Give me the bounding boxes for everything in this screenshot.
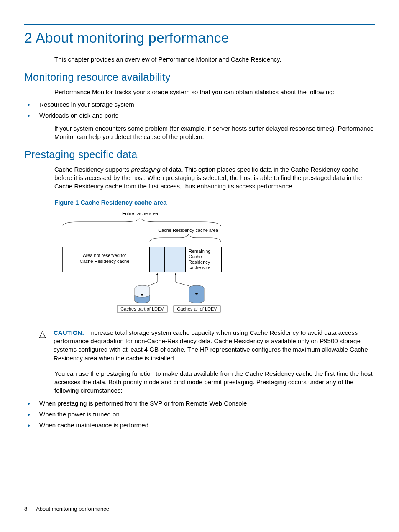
svg-rect-3 <box>165 247 186 272</box>
list-item: When the power is turned on <box>24 410 375 419</box>
emphasis: prestaging <box>131 166 160 173</box>
after-caution-paragraph: You can use the prestaging function to m… <box>54 370 375 395</box>
caution-body: Increase total storage system cache capa… <box>54 329 368 362</box>
top-rule <box>24 24 375 25</box>
figure-diagram: Entire cache area Cache Residency cache … <box>54 210 234 315</box>
text: Cache Residency supports <box>54 166 131 173</box>
callout-top-rule <box>54 325 375 325</box>
intro-paragraph: This chapter provides an overview of Per… <box>54 55 375 64</box>
svg-point-15 <box>195 293 198 294</box>
section1-bullets: Resources in your storage system Workloa… <box>24 100 375 120</box>
svg-point-12 <box>141 294 143 295</box>
list-item: When cache maintenance is performed <box>24 421 375 429</box>
section1-tail: If your system encounters some problem (… <box>54 124 375 141</box>
page: 2 About monitoring performance This chap… <box>0 0 399 429</box>
list-item: Workloads on disk and ports <box>24 111 375 120</box>
svg-marker-8 <box>174 273 177 275</box>
label-entire: Entire cache area <box>122 211 159 216</box>
page-number: 8 <box>24 506 27 512</box>
caution-text: CAUTION:Increase total storage system ca… <box>54 329 375 362</box>
section2-bullets: When prestaging is performed from the SV… <box>24 399 375 430</box>
caution-block: △ CAUTION:Increase total storage system … <box>37 325 375 365</box>
figure-caption: Figure 1 Cache Residency cache area <box>54 198 375 207</box>
callout-bottom-rule <box>54 365 375 365</box>
section1-heading: Monitoring resource availability <box>24 70 375 85</box>
svg-rect-2 <box>150 247 165 272</box>
caution-label: CAUTION: <box>54 329 84 336</box>
label-part-ldev: Caches part of LDEV <box>120 306 164 311</box>
label-remaining-2: Cache <box>189 254 202 259</box>
label-remaining-3: Residency <box>189 260 210 265</box>
label-crm-area: Cache Residency cache area <box>158 228 219 233</box>
label-remaining-1: Remaining <box>189 249 211 254</box>
cylinder-part-icon <box>135 285 150 303</box>
svg-marker-6 <box>156 273 159 275</box>
running-head: About monitoring performance <box>36 506 109 512</box>
section1-lead: Performance Monitor tracks your storage … <box>54 88 375 96</box>
caution-icon: △ <box>37 329 48 339</box>
page-footer: 8 About monitoring performance <box>24 505 109 513</box>
label-remaining-4: cache size <box>189 265 210 270</box>
cache-diagram-svg: Entire cache area Cache Residency cache … <box>54 210 234 315</box>
label-all-ldev: Caches all of LDEV <box>177 306 217 311</box>
list-item: Resources in your storage system <box>24 100 375 109</box>
figure-block: Figure 1 Cache Residency cache area Enti… <box>54 198 375 315</box>
chapter-heading: 2 About monitoring performance <box>24 28 375 48</box>
cylinder-all-icon <box>189 285 204 303</box>
label-not-reserved-2: Cache Residency cache <box>80 259 130 264</box>
list-item: When prestaging is performed from the SV… <box>24 399 375 408</box>
section2-heading: Prestaging specific data <box>24 148 375 162</box>
label-not-reserved-1: Area not reserved for <box>83 253 126 258</box>
section2-paragraph: Cache Residency supports prestaging of d… <box>54 165 375 191</box>
